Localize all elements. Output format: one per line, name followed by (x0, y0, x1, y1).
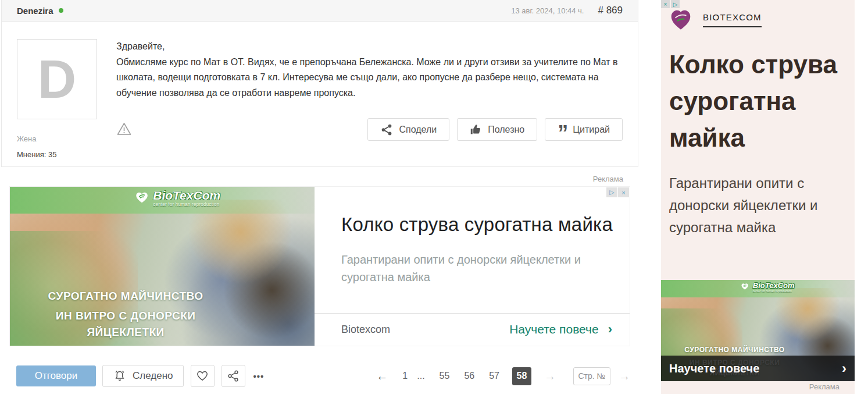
quote-button[interactable]: ” Цитирай (545, 118, 623, 141)
sidebar-ad-image[interactable]: BioTexCom center for human reproduction … (661, 280, 855, 381)
go-to-page-arrow[interactable]: → (619, 370, 630, 383)
ad-close-icon[interactable]: × (661, 0, 670, 8)
page-link-55[interactable]: 55 (440, 371, 450, 381)
ad-cta-label: Научете повече (509, 322, 599, 336)
sidebar-ad-brand[interactable]: BIOTEXCOM (703, 12, 762, 27)
heart-logo-icon (134, 189, 149, 204)
sidebar-ad-cta-bar[interactable]: Научете повече › (661, 356, 855, 381)
ad-label: Реклама (593, 175, 623, 183)
post-body: D Жена Мнения: 35 Здравейте, Обмисляме к… (2, 22, 638, 159)
useful-button[interactable]: Полезно (457, 118, 537, 141)
next-page-arrow[interactable]: → (544, 370, 556, 383)
post-actions-row: Сподели Полезно (116, 118, 623, 141)
post-text: Здравейте, Обмисляме курс по Мат в ОТ. В… (116, 39, 623, 101)
online-status-icon (59, 8, 63, 13)
author-gender: Жена (17, 134, 97, 143)
biotexcom-logo: BioTexCom center for human reproduction (741, 282, 795, 293)
forum-main-column: Denezira 13 авг. 2024, 10:44 ч. # 869 D … (0, 0, 640, 394)
ad-image-text-1: СУРОГАТНО МАЙЧИНСТВО (667, 346, 802, 354)
post-author[interactable]: Denezira (17, 6, 53, 16)
ad-advertiser: Biotexcom (341, 324, 390, 336)
ad-banner-image[interactable]: BioTexCom center for human reproduction … (10, 187, 315, 346)
avatar[interactable]: D (17, 39, 97, 119)
reply-button[interactable]: Отговори (16, 365, 96, 386)
logo-name: BioTexCom (753, 282, 795, 289)
chevron-right-icon: › (608, 322, 612, 337)
ad-cta-button[interactable]: Научете повече › (509, 322, 612, 337)
quote-icon: ” (558, 130, 567, 136)
prev-page-arrow[interactable]: ← (376, 370, 388, 383)
adchoices-icon[interactable]: ▷ (671, 0, 680, 8)
logo-tagline: center for human reproduction (153, 201, 220, 208)
ad-creative: BioTexCom center for human reproduction … (10, 187, 315, 346)
biotexcom-logo: BioTexCom center for human reproduction (134, 189, 220, 208)
ad-close-icon[interactable]: × (618, 187, 629, 197)
post-date: 13 авг. 2024, 10:44 ч. (511, 6, 584, 15)
ad-image-text-2: ИН ВИТРО С ДОНОРСКИ ЯЙЦЕКЛЕТКИ (40, 308, 210, 341)
post-number[interactable]: # 869 (598, 5, 623, 16)
quote-label: Цитирай (573, 125, 610, 135)
report-post-button[interactable] (116, 122, 132, 136)
logo-name: BioTexCom (153, 189, 220, 201)
share-topic-button[interactable] (222, 365, 245, 387)
heart-icon (195, 369, 209, 383)
ad-image-text-1: СУРОГАТНО МАЙЧИНСТВО (19, 290, 233, 303)
pagination: ← 1 ... 55 56 57 58 → → (376, 367, 630, 385)
page-ellipsis: ... (417, 371, 424, 381)
sidebar-ad-header: BIOTEXCOM (669, 8, 855, 32)
bell-icon (113, 369, 127, 383)
favorite-button[interactable] (191, 365, 215, 387)
ad-banner-footer: Biotexcom Научете повече › (341, 313, 612, 346)
followed-button[interactable]: Следено (102, 365, 184, 387)
post-content-column: Здравейте, Обмисляме курс по Мат в ОТ. В… (97, 39, 623, 159)
logo-tagline: center for human reproduction (753, 289, 795, 293)
biotexcom-purple-logo-icon (669, 8, 693, 32)
sidebar-ad-headline[interactable]: Колко струва сурогатна майка (669, 46, 846, 156)
sidebar-adchoices: × ▷ (661, 0, 680, 8)
bottom-toolbar: Отговори Следено (16, 364, 630, 388)
sidebar-ad-label: Реклама (809, 382, 840, 391)
post-header: Denezira 13 авг. 2024, 10:44 ч. # 869 (2, 0, 638, 22)
sidebar-ad-description: Гарантирани опити с донорски яйцеклетки … (669, 172, 846, 239)
share-button[interactable]: Сподели (367, 118, 449, 141)
sidebar-ad[interactable]: × ▷ BIOTEXCOM Колко струва сурогатна май… (661, 0, 855, 394)
more-options-button[interactable]: ••• (253, 371, 265, 381)
thumbs-up-icon (470, 123, 482, 136)
share-icon (227, 370, 240, 382)
followed-label: Следено (133, 370, 173, 382)
heart-logo-icon (741, 282, 749, 290)
page-link-56[interactable]: 56 (464, 371, 474, 381)
ad-description: Гарантирани опити с донорски яйцеклетки … (341, 251, 620, 286)
post-greeting: Здравейте, (116, 39, 623, 55)
author-info-column: D Жена Мнения: 35 (17, 39, 97, 159)
post-paragraph: Обмисляме курс по Мат в ОТ. Видях, че е … (116, 55, 623, 101)
page-number-input[interactable] (573, 367, 610, 385)
chevron-right-icon: › (842, 360, 846, 377)
current-page-badge: 58 (512, 367, 531, 385)
post-action-buttons: Сподели Полезно (367, 118, 623, 141)
share-label: Сподели (399, 125, 437, 135)
ad-headline[interactable]: Колко струва сурогатна майка (341, 214, 630, 236)
adchoices-controls: ▷ × (606, 187, 629, 197)
page-link-57[interactable]: 57 (489, 371, 499, 381)
ad-banner[interactable]: BioTexCom center for human reproduction … (9, 186, 630, 346)
page-link-1[interactable]: 1 (402, 371, 408, 381)
author-posts-count: Мнения: 35 (17, 150, 97, 159)
adchoices-icon[interactable]: ▷ (606, 187, 617, 197)
sidebar-ad-cta-label: Научете повече (669, 362, 759, 375)
share-icon (380, 123, 393, 136)
warning-icon (116, 122, 132, 136)
forum-post: Denezira 13 авг. 2024, 10:44 ч. # 869 D … (1, 0, 638, 167)
useful-label: Полезно (488, 125, 524, 135)
